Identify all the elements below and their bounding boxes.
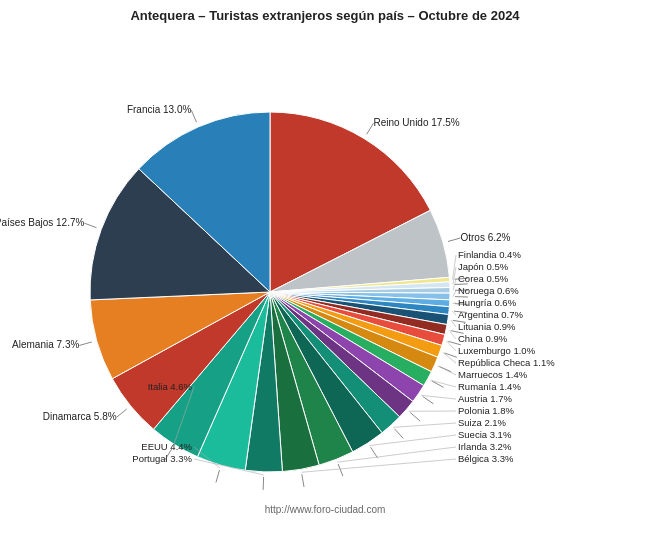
svg-line-55 [302,474,304,487]
svg-line-49 [371,447,378,458]
svg-text:Bélgica 3.3%: Bélgica 3.3% [458,453,514,464]
svg-text:EEUU 4.4%: EEUU 4.4% [141,441,192,452]
svg-text:Suiza 2.1%: Suiza 2.1% [458,417,507,428]
svg-text:Italia 4.6%: Italia 4.6% [148,381,193,392]
svg-text:Polonia 1.8%: Polonia 1.8% [458,405,515,416]
svg-line-40 [423,396,434,403]
svg-line-15 [453,291,456,297]
svg-text:Portugal 3.3%: Portugal 3.3% [132,453,192,464]
svg-line-2 [448,238,461,242]
svg-line-67 [117,409,127,417]
svg-text:Noruega 0.6%: Noruega 0.6% [458,285,519,296]
svg-text:Alemania 7.3%: Alemania 7.3% [12,339,79,350]
svg-line-46 [395,429,404,439]
svg-line-36 [437,366,456,375]
pie-chart: Reino Unido 17.5%Otros 6.2%Finlandia 0.4… [0,27,650,517]
svg-line-51 [370,435,456,446]
svg-text:Suecia 3.1%: Suecia 3.1% [458,429,512,440]
svg-line-39 [430,380,456,387]
svg-line-24 [451,320,456,327]
svg-text:Lituania 0.9%: Lituania 0.9% [458,321,516,332]
svg-line-48 [393,423,456,427]
svg-text:Países Bajos 12.7%: Países Bajos 12.7% [0,217,84,228]
svg-text:Finlandia 0.4%: Finlandia 0.4% [458,249,521,260]
svg-line-61 [216,470,220,483]
svg-text:Marruecos 1.4%: Marruecos 1.4% [458,369,528,380]
svg-text:Francia 13.0%: Francia 13.0% [127,104,192,115]
svg-line-43 [410,413,420,421]
svg-text:Reino Unido 17.5%: Reino Unido 17.5% [373,117,459,128]
svg-text:Hungría 0.6%: Hungría 0.6% [458,297,517,308]
svg-line-69 [79,342,92,346]
svg-text:Austria 1.7%: Austria 1.7% [458,393,512,404]
footer: http://www.foro-ciudad.com [0,504,650,515]
svg-text:Luxemburgo 1.0%: Luxemburgo 1.0% [458,345,536,356]
svg-text:China 0.9%: China 0.9% [458,333,508,344]
svg-line-0 [367,123,374,134]
svg-line-73 [191,110,196,122]
svg-text:Dinamarca 5.8%: Dinamarca 5.8% [43,411,117,422]
svg-text:Rumanía 1.4%: Rumanía 1.4% [458,381,521,392]
svg-text:Japón 0.5%: Japón 0.5% [458,261,509,272]
svg-text:Otros 6.2%: Otros 6.2% [460,232,510,243]
svg-text:Irlanda 3.2%: Irlanda 3.2% [458,441,512,452]
svg-text:Argentina 0.7%: Argentina 0.7% [458,309,524,320]
svg-line-33 [443,352,456,363]
chart-container: Reino Unido 17.5%Otros 6.2%Finlandia 0.4… [0,27,650,517]
svg-line-71 [84,223,96,228]
svg-text:Corea 0.5%: Corea 0.5% [458,273,509,284]
svg-line-42 [421,395,456,399]
title: Antequera – Turistas extranjeros según p… [0,0,650,27]
svg-line-52 [338,464,343,476]
svg-text:República Checa 1.1%: República Checa 1.1% [458,357,555,368]
